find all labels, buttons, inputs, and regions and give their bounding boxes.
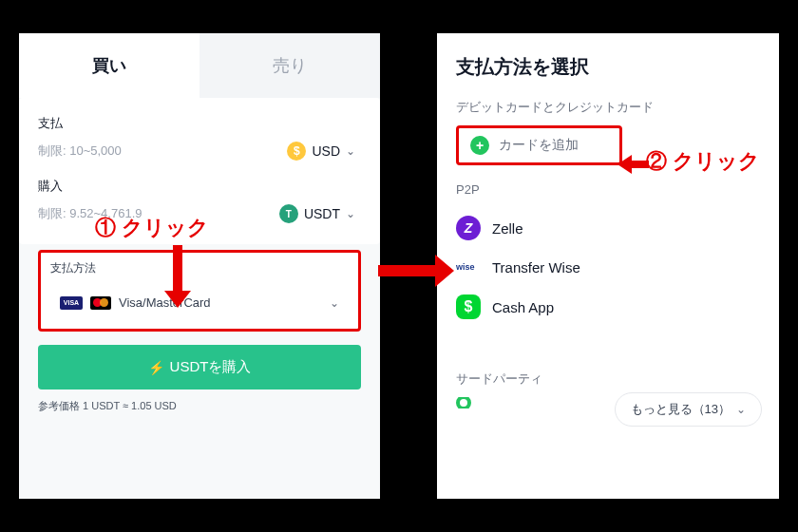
chevron-down-icon: ⌄ bbox=[330, 296, 339, 310]
arrow-down-icon bbox=[173, 245, 191, 308]
buy-row: 制限: 9.52~4,761.9 T USDT ⌄ bbox=[38, 200, 361, 227]
pay-label: 支払 bbox=[38, 115, 361, 132]
show-more-label: もっと見る（13） bbox=[631, 401, 731, 418]
pay-row: 制限: 10~5,000 $ USD ⌄ bbox=[38, 138, 361, 164]
show-more-button[interactable]: もっと見る（13） ⌄ bbox=[615, 392, 762, 427]
provider-icon bbox=[456, 397, 471, 408]
mastercard-icon bbox=[90, 296, 111, 310]
buy-usdt-button[interactable]: ⚡ USDTを購入 bbox=[38, 345, 361, 390]
zelle-icon: Z bbox=[456, 216, 481, 240]
payment-method-label: 支払方法 bbox=[50, 260, 349, 276]
section-debit-label: デビットカードとクレジットカード bbox=[456, 99, 760, 116]
bolt-icon: ⚡ bbox=[148, 360, 164, 375]
buy-button-label: USDTを購入 bbox=[170, 358, 252, 376]
pay-currency-label: USD bbox=[312, 143, 340, 159]
cashapp-icon: $ bbox=[456, 294, 481, 319]
p2p-item-label: Zelle bbox=[492, 220, 523, 237]
p2p-item-cashapp[interactable]: $ Cash App bbox=[456, 285, 760, 329]
usdt-icon: T bbox=[279, 204, 298, 223]
plus-icon: + bbox=[470, 136, 489, 155]
payment-method-card[interactable]: 支払方法 VISA Visa/MasterCard ⌄ bbox=[38, 250, 361, 332]
p2p-item-zelle[interactable]: Z Zelle bbox=[456, 206, 760, 250]
buy-label: 購入 bbox=[38, 178, 361, 195]
buy-currency-label: USDT bbox=[304, 206, 340, 221]
tab-buy[interactable]: 買い bbox=[19, 33, 200, 98]
buy-sell-panel: 買い 売り 支払 制限: 10~5,000 $ USD ⌄ 購入 制限: 9.5… bbox=[19, 33, 380, 499]
pay-currency-select[interactable]: $ USD ⌄ bbox=[281, 138, 361, 164]
chevron-down-icon: ⌄ bbox=[736, 403, 746, 416]
add-card-label: カードを追加 bbox=[499, 137, 579, 154]
chevron-down-icon: ⌄ bbox=[346, 144, 355, 158]
arrow-right-icon bbox=[378, 255, 454, 287]
arrow-left-icon bbox=[618, 155, 649, 174]
reference-price: 参考価格 1 USDT ≈ 1.05 USD bbox=[38, 399, 361, 413]
pay-limit-text: 制限: 10~5,000 bbox=[38, 142, 122, 160]
buy-currency-select[interactable]: T USDT ⌄ bbox=[274, 200, 361, 227]
p2p-item-label: Cash App bbox=[492, 299, 554, 315]
payment-method-select[interactable]: VISA Visa/MasterCard ⌄ bbox=[50, 286, 349, 319]
p2p-item-transferwise[interactable]: wise Transfer Wise bbox=[456, 250, 760, 285]
p2p-item-label: Transfer Wise bbox=[492, 259, 580, 276]
payment-method-panel: 支払方法を選択 デビットカードとクレジットカード + カードを追加 P2P Z … bbox=[437, 33, 779, 499]
panel-title: 支払方法を選択 bbox=[456, 54, 760, 80]
section-p2p-label: P2P bbox=[456, 182, 760, 197]
buy-limit-text: 制限: 9.52~4,761.9 bbox=[38, 205, 142, 222]
chevron-down-icon: ⌄ bbox=[346, 207, 355, 220]
wise-icon: wise bbox=[456, 262, 481, 274]
usd-icon: $ bbox=[287, 142, 306, 161]
add-card-button[interactable]: + カードを追加 bbox=[456, 125, 622, 165]
section-thirdparty-label: サードパーティ bbox=[456, 370, 760, 388]
tabs: 買い 売り bbox=[19, 33, 380, 98]
visa-icon: VISA bbox=[60, 296, 83, 310]
amount-card: 支払 制限: 10~5,000 $ USD ⌄ 購入 制限: 9.52~4,76… bbox=[19, 98, 380, 244]
tab-sell[interactable]: 売り bbox=[200, 33, 380, 98]
